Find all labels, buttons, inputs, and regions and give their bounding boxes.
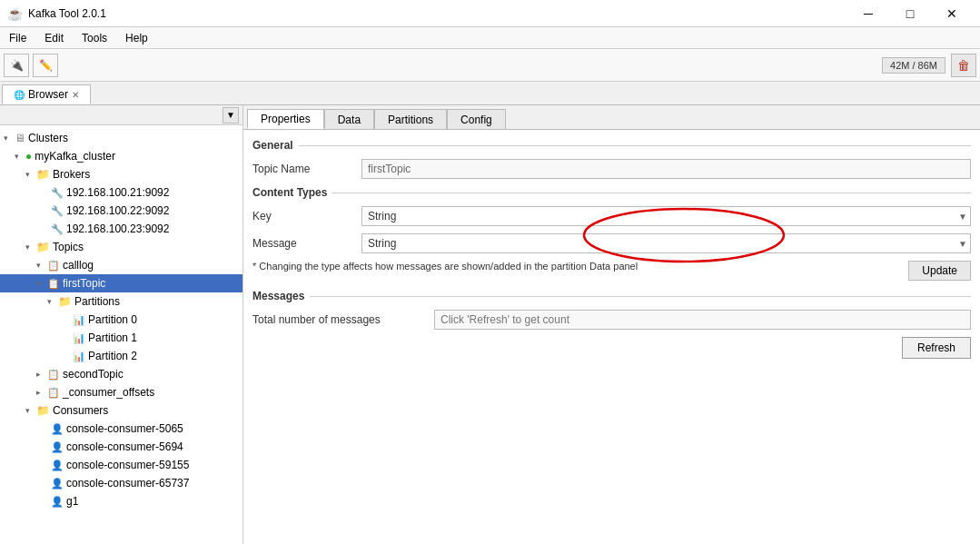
partition0-label: Partition 0 bbox=[88, 313, 137, 326]
browser-tab-icon: 🌐 bbox=[14, 90, 25, 100]
memory-display: 42M / 86M bbox=[882, 57, 945, 74]
content-types-section-title: Content Types bbox=[252, 186, 971, 199]
topics-expand-icon[interactable]: ▾ bbox=[25, 242, 36, 252]
toolbar-connect-button[interactable]: 🔌 bbox=[4, 54, 29, 77]
tab-partitions[interactable]: Partitions bbox=[374, 109, 447, 129]
topics-label: Topics bbox=[53, 241, 84, 253]
cluster-expand-icon[interactable]: ▾ bbox=[15, 152, 25, 161]
app-icon: ☕ bbox=[7, 6, 23, 21]
sidebar-expand-btn[interactable]: ▼ bbox=[223, 107, 239, 124]
sidebar: ▼ ▾ 🖥 Clusters ▾ ● myKafka_cluster ▾ 📁 bbox=[0, 105, 243, 544]
refresh-row: Refresh bbox=[252, 337, 971, 359]
tree-item-secondtopic[interactable]: ▸ 📋 secondTopic bbox=[0, 365, 243, 383]
total-messages-input bbox=[434, 310, 971, 330]
tree-item-mykafka[interactable]: ▾ ● myKafka_cluster bbox=[0, 147, 243, 165]
topics-folder-icon: 📁 bbox=[36, 241, 50, 253]
tree-item-topics[interactable]: ▾ 📁 Topics bbox=[0, 238, 243, 256]
broker1-icon: 🔧 bbox=[51, 187, 64, 199]
message-label: Message bbox=[252, 237, 361, 250]
tree-item-consumer59155[interactable]: 👤 console-consumer-59155 bbox=[0, 456, 243, 474]
partitions-expand-icon[interactable]: ▾ bbox=[47, 297, 58, 306]
message-select-wrapper: String Integer Long Double Float Bytes ▼ bbox=[361, 233, 971, 253]
tree-item-consumers[interactable]: ▾ 📁 Consumers bbox=[0, 401, 243, 420]
topic-name-input[interactable] bbox=[361, 159, 971, 179]
partitions-folder-icon: 📁 bbox=[58, 295, 72, 308]
general-section-title: General bbox=[252, 139, 971, 152]
topic-name-label: Topic Name bbox=[252, 163, 361, 175]
secondtopic-label: secondTopic bbox=[63, 368, 124, 381]
partition2-icon: 📊 bbox=[73, 351, 85, 362]
partition2-label: Partition 2 bbox=[88, 350, 137, 362]
consumer5694-icon: 👤 bbox=[51, 441, 64, 453]
calllog-expand-icon[interactable]: ▾ bbox=[36, 261, 47, 270]
tree-item-g1[interactable]: 👤 g1 bbox=[0, 492, 243, 510]
message-select[interactable]: String Integer Long Double Float Bytes bbox=[361, 233, 971, 253]
panel-tabs: Properties Data Partitions Config bbox=[243, 105, 980, 130]
clear-button[interactable]: 🗑 bbox=[951, 54, 976, 77]
tree-item-clusters[interactable]: ▾ 🖥 Clusters bbox=[0, 129, 243, 147]
menu-edit[interactable]: Edit bbox=[35, 27, 73, 48]
panel-content: General Topic Name Content Types Key Str… bbox=[243, 130, 980, 544]
secondtopic-expand-icon[interactable]: ▸ bbox=[36, 370, 47, 379]
title-bar: ☕ Kafka Tool 2.0.1 ─ □ ✕ bbox=[0, 0, 980, 27]
clusters-expand-icon[interactable]: ▾ bbox=[4, 134, 15, 143]
consumer-offsets-expand-icon[interactable]: ▸ bbox=[36, 388, 47, 397]
menu-tools[interactable]: Tools bbox=[73, 27, 116, 48]
firsttopic-icon: 📋 bbox=[47, 278, 60, 290]
consumers-folder-icon: 📁 bbox=[36, 404, 50, 417]
partitions-label: Partitions bbox=[74, 295, 120, 308]
consumer-offsets-icon: 📋 bbox=[47, 387, 60, 399]
toolbar-right: 42M / 86M 🗑 bbox=[882, 54, 976, 77]
tree-item-partition2[interactable]: 📊 Partition 2 bbox=[0, 347, 243, 365]
tree-item-broker2[interactable]: 🔧 192.168.100.22:9092 bbox=[0, 202, 243, 220]
calllog-label: calllog bbox=[63, 259, 94, 272]
title-bar-left: ☕ Kafka Tool 2.0.1 bbox=[7, 6, 106, 21]
tree-item-partitions[interactable]: ▾ 📁 Partitions bbox=[0, 292, 243, 311]
consumer65737-icon: 👤 bbox=[51, 478, 64, 490]
tree-item-partition0[interactable]: 📊 Partition 0 bbox=[0, 311, 243, 329]
toolbar-edit-button[interactable]: ✏️ bbox=[33, 54, 58, 77]
key-label: Key bbox=[252, 210, 361, 223]
tree-item-firsttopic[interactable]: ▾ 📋 firstTopic bbox=[0, 274, 243, 292]
window-controls: ─ □ ✕ bbox=[847, 0, 973, 27]
close-button[interactable]: ✕ bbox=[931, 0, 973, 27]
tab-data[interactable]: Data bbox=[324, 109, 374, 129]
consumer65737-label: console-consumer-65737 bbox=[66, 477, 189, 490]
consumers-expand-icon[interactable]: ▾ bbox=[25, 406, 36, 415]
tree-item-consumer5065[interactable]: 👤 console-consumer-5065 bbox=[0, 420, 243, 438]
tree-item-broker1[interactable]: 🔧 192.168.100.21:9092 bbox=[0, 183, 243, 202]
refresh-button[interactable]: Refresh bbox=[902, 337, 971, 359]
tree: ▾ 🖥 Clusters ▾ ● myKafka_cluster ▾ 📁 Bro… bbox=[0, 125, 243, 514]
key-select-wrapper: String Integer Long Double Float Bytes ▼ bbox=[361, 206, 971, 226]
tree-item-partition1[interactable]: 📊 Partition 1 bbox=[0, 329, 243, 347]
clusters-label: Clusters bbox=[28, 132, 68, 144]
tree-item-brokers[interactable]: ▾ 📁 Brokers bbox=[0, 165, 243, 183]
browser-tab-close[interactable]: ✕ bbox=[72, 90, 79, 100]
key-select[interactable]: String Integer Long Double Float Bytes bbox=[361, 206, 971, 226]
right-panel: Properties Data Partitions Config Genera… bbox=[243, 105, 980, 544]
tree-item-consumer-offsets[interactable]: ▸ 📋 _consumer_offsets bbox=[0, 383, 243, 401]
tab-properties[interactable]: Properties bbox=[247, 109, 324, 129]
consumer59155-label: console-consumer-59155 bbox=[66, 459, 189, 471]
brokers-expand-icon[interactable]: ▾ bbox=[25, 170, 36, 179]
menu-help[interactable]: Help bbox=[116, 27, 157, 48]
browser-tab[interactable]: 🌐 Browser ✕ bbox=[2, 84, 91, 104]
key-row: Key String Integer Long Double Float Byt… bbox=[252, 206, 971, 226]
tab-config[interactable]: Config bbox=[447, 109, 506, 129]
hint-text: * Changing the type affects how messages… bbox=[252, 261, 638, 272]
tree-item-calllog[interactable]: ▾ 📋 calllog bbox=[0, 256, 243, 274]
consumer-offsets-label: _consumer_offsets bbox=[63, 386, 154, 399]
tree-item-consumer5694[interactable]: 👤 console-consumer-5694 bbox=[0, 438, 243, 456]
tree-item-consumer65737[interactable]: 👤 console-consumer-65737 bbox=[0, 474, 243, 492]
broker3-icon: 🔧 bbox=[51, 223, 64, 235]
total-messages-label: Total number of messages bbox=[252, 313, 434, 326]
update-button[interactable]: Update bbox=[908, 261, 971, 281]
brokers-folder-icon: 📁 bbox=[36, 168, 50, 181]
tree-item-broker3[interactable]: 🔧 192.168.100.23:9092 bbox=[0, 220, 243, 238]
menu-file[interactable]: File bbox=[0, 27, 35, 48]
firsttopic-expand-icon[interactable]: ▾ bbox=[36, 279, 47, 288]
maximize-button[interactable]: □ bbox=[889, 0, 931, 27]
minimize-button[interactable]: ─ bbox=[847, 0, 889, 27]
g1-label: g1 bbox=[66, 495, 78, 508]
trash-icon: 🗑 bbox=[957, 58, 970, 73]
